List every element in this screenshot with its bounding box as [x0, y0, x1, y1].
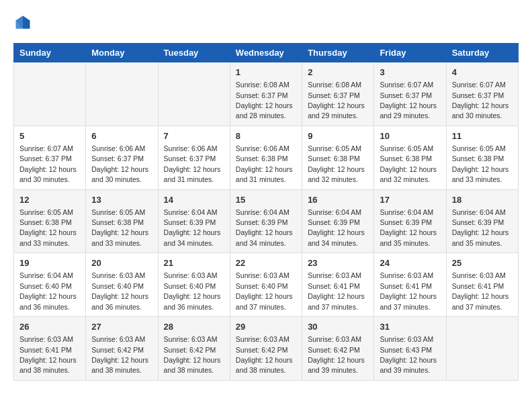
calendar-cell: 24Sunrise: 6:03 AM Sunset: 6:41 PM Dayli…	[374, 253, 446, 317]
header-cell-tuesday: Tuesday	[158, 44, 230, 62]
day-number: 1	[236, 66, 296, 79]
calendar-cell: 25Sunrise: 6:03 AM Sunset: 6:41 PM Dayli…	[446, 253, 518, 317]
day-info: Sunrise: 6:04 AM Sunset: 6:40 PM Dayligh…	[19, 271, 77, 310]
logo-icon	[13, 13, 32, 32]
day-info: Sunrise: 6:03 AM Sunset: 6:41 PM Dayligh…	[452, 271, 509, 310]
calendar-cell: 9Sunrise: 6:05 AM Sunset: 6:38 PM Daylig…	[302, 126, 374, 189]
day-number: 4	[452, 66, 513, 79]
day-number: 31	[380, 321, 440, 333]
day-number: 17	[380, 194, 440, 206]
calendar-cell	[86, 62, 158, 126]
calendar-cell: 13Sunrise: 6:05 AM Sunset: 6:38 PM Dayli…	[86, 189, 158, 253]
day-info: Sunrise: 6:05 AM Sunset: 6:38 PM Dayligh…	[308, 144, 365, 183]
day-info: Sunrise: 6:06 AM Sunset: 6:38 PM Dayligh…	[236, 144, 293, 183]
calendar-table: SundayMondayTuesdayWednesdayThursdayFrid…	[13, 43, 519, 381]
day-number: 26	[19, 321, 80, 333]
calendar-cell	[446, 317, 518, 381]
day-info: Sunrise: 6:04 AM Sunset: 6:39 PM Dayligh…	[452, 208, 509, 247]
calendar-cell: 18Sunrise: 6:04 AM Sunset: 6:39 PM Dayli…	[446, 189, 518, 253]
calendar-cell: 30Sunrise: 6:03 AM Sunset: 6:42 PM Dayli…	[302, 317, 374, 381]
day-info: Sunrise: 6:03 AM Sunset: 6:42 PM Dayligh…	[91, 335, 148, 374]
day-number: 8	[236, 130, 296, 142]
day-number: 7	[164, 130, 224, 142]
day-number: 19	[19, 257, 80, 269]
day-info: Sunrise: 6:03 AM Sunset: 6:40 PM Dayligh…	[236, 271, 293, 310]
day-number: 9	[308, 130, 368, 142]
calendar-cell: 31Sunrise: 6:03 AM Sunset: 6:43 PM Dayli…	[374, 317, 446, 381]
day-number: 10	[380, 130, 440, 142]
calendar-cell: 16Sunrise: 6:04 AM Sunset: 6:39 PM Dayli…	[302, 189, 374, 253]
calendar-cell: 27Sunrise: 6:03 AM Sunset: 6:42 PM Dayli…	[86, 317, 158, 381]
week-row-1: 1Sunrise: 6:08 AM Sunset: 6:37 PM Daylig…	[14, 62, 519, 126]
calendar-cell: 4Sunrise: 6:07 AM Sunset: 6:37 PM Daylig…	[446, 62, 518, 126]
calendar-cell: 22Sunrise: 6:03 AM Sunset: 6:40 PM Dayli…	[230, 253, 302, 317]
day-number: 30	[308, 321, 368, 333]
day-info: Sunrise: 6:03 AM Sunset: 6:41 PM Dayligh…	[380, 271, 437, 310]
day-info: Sunrise: 6:07 AM Sunset: 6:37 PM Dayligh…	[19, 144, 77, 183]
day-number: 28	[164, 321, 224, 333]
calendar-cell: 15Sunrise: 6:04 AM Sunset: 6:39 PM Dayli…	[230, 189, 302, 253]
calendar-cell: 28Sunrise: 6:03 AM Sunset: 6:42 PM Dayli…	[158, 317, 230, 381]
day-info: Sunrise: 6:07 AM Sunset: 6:37 PM Dayligh…	[452, 81, 509, 120]
day-number: 25	[452, 257, 513, 269]
week-row-4: 19Sunrise: 6:04 AM Sunset: 6:40 PM Dayli…	[14, 253, 519, 317]
calendar-cell: 21Sunrise: 6:03 AM Sunset: 6:40 PM Dayli…	[158, 253, 230, 317]
day-info: Sunrise: 6:08 AM Sunset: 6:37 PM Dayligh…	[308, 81, 365, 120]
day-info: Sunrise: 6:03 AM Sunset: 6:40 PM Dayligh…	[91, 271, 148, 310]
header-cell-friday: Friday	[374, 44, 446, 62]
day-info: Sunrise: 6:06 AM Sunset: 6:37 PM Dayligh…	[91, 144, 148, 183]
day-number: 14	[164, 194, 224, 206]
day-number: 5	[19, 130, 80, 142]
calendar-cell: 17Sunrise: 6:04 AM Sunset: 6:39 PM Dayli…	[374, 189, 446, 253]
day-number: 21	[164, 257, 224, 269]
day-info: Sunrise: 6:04 AM Sunset: 6:39 PM Dayligh…	[308, 208, 365, 247]
header	[13, 13, 519, 32]
header-cell-sunday: Sunday	[14, 44, 86, 62]
calendar-cell: 23Sunrise: 6:03 AM Sunset: 6:41 PM Dayli…	[302, 253, 374, 317]
calendar-cell: 19Sunrise: 6:04 AM Sunset: 6:40 PM Dayli…	[14, 253, 86, 317]
header-cell-thursday: Thursday	[302, 44, 374, 62]
calendar-cell: 1Sunrise: 6:08 AM Sunset: 6:37 PM Daylig…	[230, 62, 302, 126]
day-number: 20	[91, 257, 152, 269]
header-row: SundayMondayTuesdayWednesdayThursdayFrid…	[14, 44, 519, 62]
header-cell-wednesday: Wednesday	[230, 44, 302, 62]
calendar-cell: 26Sunrise: 6:03 AM Sunset: 6:41 PM Dayli…	[14, 317, 86, 381]
day-info: Sunrise: 6:03 AM Sunset: 6:41 PM Dayligh…	[19, 335, 77, 374]
day-info: Sunrise: 6:03 AM Sunset: 6:43 PM Dayligh…	[380, 335, 437, 374]
header-cell-saturday: Saturday	[446, 44, 518, 62]
day-number: 23	[308, 257, 368, 269]
logo	[13, 13, 35, 32]
calendar-cell: 6Sunrise: 6:06 AM Sunset: 6:37 PM Daylig…	[86, 126, 158, 189]
calendar-cell: 7Sunrise: 6:06 AM Sunset: 6:37 PM Daylig…	[158, 126, 230, 189]
day-info: Sunrise: 6:05 AM Sunset: 6:38 PM Dayligh…	[452, 144, 509, 183]
day-info: Sunrise: 6:05 AM Sunset: 6:38 PM Dayligh…	[380, 144, 437, 183]
day-number: 11	[452, 130, 513, 142]
calendar-cell: 12Sunrise: 6:05 AM Sunset: 6:38 PM Dayli…	[14, 189, 86, 253]
day-info: Sunrise: 6:03 AM Sunset: 6:42 PM Dayligh…	[236, 335, 293, 374]
calendar-cell: 29Sunrise: 6:03 AM Sunset: 6:42 PM Dayli…	[230, 317, 302, 381]
week-row-5: 26Sunrise: 6:03 AM Sunset: 6:41 PM Dayli…	[14, 317, 519, 381]
day-info: Sunrise: 6:03 AM Sunset: 6:41 PM Dayligh…	[308, 271, 365, 310]
calendar-cell: 11Sunrise: 6:05 AM Sunset: 6:38 PM Dayli…	[446, 126, 518, 189]
day-number: 16	[308, 194, 368, 206]
day-number: 29	[236, 321, 296, 333]
calendar-cell: 8Sunrise: 6:06 AM Sunset: 6:38 PM Daylig…	[230, 126, 302, 189]
day-info: Sunrise: 6:06 AM Sunset: 6:37 PM Dayligh…	[164, 144, 221, 183]
day-info: Sunrise: 6:03 AM Sunset: 6:40 PM Dayligh…	[164, 271, 221, 310]
week-row-3: 12Sunrise: 6:05 AM Sunset: 6:38 PM Dayli…	[14, 189, 519, 253]
day-number: 15	[236, 194, 296, 206]
header-cell-monday: Monday	[86, 44, 158, 62]
day-number: 22	[236, 257, 296, 269]
day-info: Sunrise: 6:03 AM Sunset: 6:42 PM Dayligh…	[164, 335, 221, 374]
calendar-header: SundayMondayTuesdayWednesdayThursdayFrid…	[14, 44, 519, 62]
day-number: 24	[380, 257, 440, 269]
day-number: 12	[19, 194, 80, 206]
calendar-cell: 20Sunrise: 6:03 AM Sunset: 6:40 PM Dayli…	[86, 253, 158, 317]
day-info: Sunrise: 6:03 AM Sunset: 6:42 PM Dayligh…	[308, 335, 365, 374]
day-number: 3	[380, 66, 440, 79]
calendar-cell: 5Sunrise: 6:07 AM Sunset: 6:37 PM Daylig…	[14, 126, 86, 189]
calendar-cell: 3Sunrise: 6:07 AM Sunset: 6:37 PM Daylig…	[374, 62, 446, 126]
calendar-cell	[14, 62, 86, 126]
day-number: 27	[91, 321, 152, 333]
day-number: 2	[308, 66, 368, 79]
